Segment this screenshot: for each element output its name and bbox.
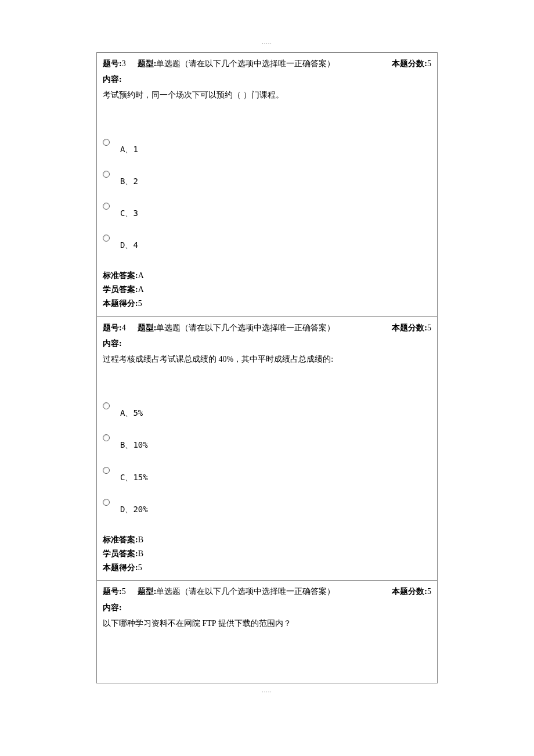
option-row[interactable]: A、5% [103,401,431,420]
question-header: 题号:4题型:单选题（请在以下几个选项中选择唯一正确答案）本题分数:5 [103,321,431,335]
question-number-label: 题号: [103,323,122,332]
radio-icon[interactable] [103,434,110,441]
earned-score-label: 本题得分: [103,563,138,572]
question-score-label: 本题分数: [392,587,427,596]
content-label: 内容: [103,600,431,615]
question-score-value: 5 [427,59,431,68]
option-label: D、4 [120,233,138,253]
radio-icon[interactable] [103,402,110,409]
student-answer-value: B [138,549,143,558]
question-type: 题型:单选题（请在以下几个选项中选择唯一正确答案） [138,321,335,335]
question-number: 题号:3 [103,56,126,71]
question-number-label: 题号: [103,59,122,68]
option-label: C、3 [120,201,138,221]
question-number-value: 4 [122,323,126,332]
question-number-value: 3 [122,59,126,68]
option-label: A、5% [120,401,143,420]
content-label: 内容: [103,72,431,87]
options-list: A、5%B、10%C、15%D、20% [103,401,431,517]
question-block: 题号:4题型:单选题（请在以下几个选项中选择唯一正确答案）本题分数:5内容:过程… [96,316,438,581]
standard-answer-label: 标准答案: [103,271,138,280]
radio-icon[interactable] [103,203,110,210]
option-row[interactable]: C、15% [103,466,431,485]
question-score: 本题分数:5 [392,321,431,335]
question-type-label: 题型: [138,323,157,332]
option-label: C、15% [120,466,148,485]
options-placeholder [103,631,431,677]
questions-container: 题号:3题型:单选题（请在以下几个选项中选择唯一正确答案）本题分数:5内容:考试… [96,52,438,683]
option-row[interactable]: B、10% [103,433,431,452]
student-answer-label: 学员答案: [103,285,138,294]
question-score: 本题分数:5 [392,56,431,71]
earned-score-value: 5 [138,299,142,308]
question-score-label: 本题分数: [392,323,427,332]
radio-icon[interactable] [103,235,110,242]
standard-answer: 标准答案:A [103,269,431,283]
standard-answer-label: 标准答案: [103,535,138,544]
option-row[interactable]: C、3 [103,201,431,221]
option-row[interactable]: A、1 [103,138,431,157]
option-label: B、10% [120,433,148,452]
question-number-value: 5 [122,587,126,596]
question-number: 题号:5 [103,584,126,599]
radio-icon[interactable] [103,467,110,474]
question-type-label: 题型: [138,587,157,596]
student-answer: 学员答案:A [103,283,431,297]
question-type-value: 单选题（请在以下几个选项中选择唯一正确答案） [156,323,335,332]
question-score-value: 5 [427,587,431,596]
radio-icon[interactable] [103,499,110,506]
question-header: 题号:3题型:单选题（请在以下几个选项中选择唯一正确答案）本题分数:5 [103,56,431,71]
earned-score-label: 本题得分: [103,299,138,308]
question-block: 题号:3题型:单选题（请在以下几个选项中选择唯一正确答案）本题分数:5内容:考试… [96,52,438,316]
standard-answer-value: A [138,271,144,280]
question-header: 题号:5题型:单选题（请在以下几个选项中选择唯一正确答案）本题分数:5 [103,584,431,599]
options-list: A、1B、2C、3D、4 [103,138,431,253]
answers-section: 标准答案:A学员答案:A本题得分:5 [103,269,431,310]
question-type: 题型:单选题（请在以下几个选项中选择唯一正确答案） [138,584,335,599]
question-number: 题号:4 [103,321,126,335]
radio-icon[interactable] [103,171,110,178]
answers-section: 标准答案:B学员答案:B本题得分:5 [103,533,431,574]
student-answer: 学员答案:B [103,547,431,561]
question-type: 题型:单选题（请在以下几个选项中选择唯一正确答案） [138,56,335,71]
student-answer-value: A [138,285,144,294]
question-type-value: 单选题（请在以下几个选项中选择唯一正确答案） [156,59,335,68]
question-header-left: 题号:3题型:单选题（请在以下几个选项中选择唯一正确答案） [103,56,335,71]
student-answer-label: 学员答案: [103,549,138,558]
question-score-label: 本题分数: [392,59,427,68]
question-header-left: 题号:5题型:单选题（请在以下几个选项中选择唯一正确答案） [103,584,335,599]
earned-score-value: 5 [138,563,142,572]
question-header-left: 题号:4题型:单选题（请在以下几个选项中选择唯一正确答案） [103,321,335,335]
question-type-value: 单选题（请在以下几个选项中选择唯一正确答案） [156,587,335,596]
question-block: 题号:5题型:单选题（请在以下几个选项中选择唯一正确答案）本题分数:5内容:以下… [96,580,438,683]
content-label: 内容: [103,336,431,351]
option-label: A、1 [120,138,138,157]
earned-score: 本题得分:5 [103,561,431,575]
option-row[interactable]: D、20% [103,498,431,517]
option-label: D、20% [120,498,148,517]
option-row[interactable]: B、2 [103,170,431,189]
option-label: B、2 [120,170,138,189]
page-decoration-bottom: ····· [0,687,534,697]
content-text: 考试预约时，同一个场次下可以预约（ ）门课程。 [103,88,431,102]
question-type-label: 题型: [138,59,157,68]
content-text: 以下哪种学习资料不在网院 FTP 提供下载的范围内？ [103,616,431,631]
earned-score: 本题得分:5 [103,297,431,311]
standard-answer-value: B [138,535,143,544]
standard-answer: 标准答案:B [103,533,431,547]
option-row[interactable]: D、4 [103,233,431,253]
content-text: 过程考核成绩占考试课总成绩的 40%，其中平时成绩占总成绩的: [103,352,431,366]
radio-icon[interactable] [103,139,110,146]
question-number-label: 题号: [103,587,122,596]
question-score: 本题分数:5 [392,584,431,599]
page-decoration-top: ····· [0,38,534,49]
question-score-value: 5 [427,323,431,332]
